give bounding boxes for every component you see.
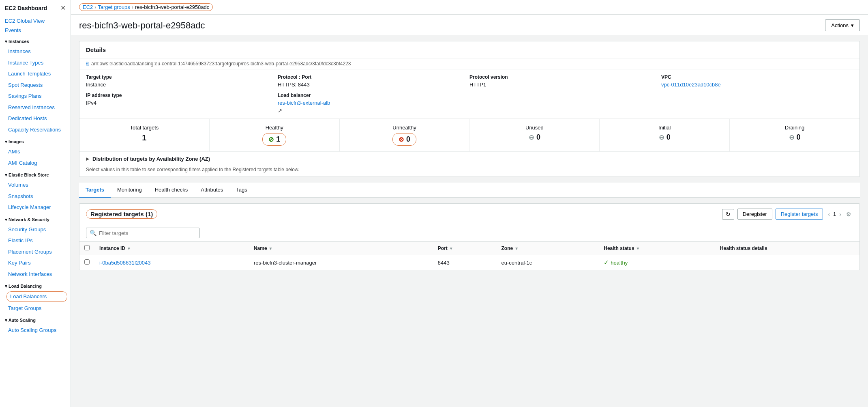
- th-health-status: Health status ▼: [599, 242, 715, 255]
- sidebar-item-auto-scaling-groups[interactable]: Auto Scaling Groups: [0, 325, 71, 336]
- tab-health-checks[interactable]: Health checks: [148, 183, 195, 198]
- stat-total-value: 1: [142, 133, 146, 142]
- th-instance-id-sort[interactable]: Instance ID ▼: [99, 245, 131, 251]
- field-ip-address-type-label: IP address type: [86, 93, 278, 98]
- sidebar-item-load-balancers[interactable]: Load Balancers: [6, 291, 67, 302]
- unused-icon: ⊖: [529, 134, 534, 141]
- sidebar-item-events[interactable]: Events: [0, 26, 71, 35]
- sidebar-item-reserved-instances[interactable]: Reserved Instances: [0, 102, 71, 113]
- tab-targets[interactable]: Targets: [79, 183, 111, 198]
- copy-icon[interactable]: ⎘: [86, 61, 89, 67]
- instance-id-link[interactable]: i-0ba5d508631f20043: [99, 260, 151, 266]
- health-status-value: healthy: [611, 260, 628, 266]
- stat-total-label: Total targets: [130, 125, 159, 131]
- sidebar-item-key-pairs[interactable]: Key Pairs: [0, 257, 71, 269]
- distribution-section: ▶ Distribution of targets by Availabilit…: [79, 152, 859, 177]
- breadcrumb-current: res-bicfn3-web-portal-e2958adc: [135, 4, 210, 10]
- sidebar-item-spot-requests[interactable]: Spot Requests: [0, 80, 71, 91]
- stat-healthy-value-row: ⊘ 1: [268, 135, 280, 144]
- sort-zone-icon: ▼: [514, 246, 519, 251]
- sidebar-item-network-interfaces[interactable]: Network Interfaces: [0, 269, 71, 280]
- select-all-checkbox[interactable]: [84, 245, 90, 250]
- sidebar-item-dedicated-hosts[interactable]: Dedicated Hosts: [0, 113, 71, 124]
- sidebar-section-auto-scaling: ▾ Auto Scaling: [0, 314, 71, 325]
- field-vpc-value[interactable]: vpc-011d10e23ad10cb8e: [661, 82, 853, 88]
- field-vpc: VPC vpc-011d10e23ad10cb8e: [661, 74, 853, 88]
- distribution-expand-icon[interactable]: ▶: [86, 156, 89, 162]
- search-input-wrap: 🔍: [86, 228, 199, 238]
- deregister-button[interactable]: Deregister: [737, 209, 772, 220]
- targets-title-outlined: Registered targets (1): [86, 209, 157, 219]
- distribution-sub: Select values in this table to see corre…: [79, 166, 859, 177]
- settings-button[interactable]: ⚙: [844, 210, 853, 218]
- breadcrumb-sep2: ›: [132, 4, 133, 10]
- th-name: Name ▼: [249, 242, 433, 255]
- search-icon: 🔍: [90, 230, 96, 236]
- details-fields: Target type Instance Protocol : Port HTT…: [79, 69, 859, 119]
- breadcrumb-ec2[interactable]: EC2: [83, 4, 93, 10]
- draining-icon: ⊖: [789, 134, 794, 141]
- stat-unhealthy: Unhealthy ⊗ 0: [340, 119, 470, 151]
- sidebar-item-capacity-reservations[interactable]: Capacity Reservations: [0, 124, 71, 136]
- tab-attributes[interactable]: Attributes: [194, 183, 229, 198]
- distribution-label: Distribution of targets by Availability …: [92, 156, 210, 162]
- sidebar-item-instances[interactable]: Instances: [0, 46, 71, 57]
- th-port-sort[interactable]: Port ▼: [438, 245, 453, 251]
- sort-name-icon: ▼: [269, 246, 273, 251]
- sidebar-item-amis[interactable]: AMIs: [0, 146, 71, 157]
- health-status-healthy: ✓ healthy: [604, 259, 710, 266]
- actions-button[interactable]: Actions ▾: [825, 19, 860, 31]
- field-load-balancer-value[interactable]: res-bicfn3-external-alb: [278, 100, 469, 106]
- stat-unused-value: 0: [536, 133, 540, 142]
- pagination: ‹ 1 › ⚙: [826, 210, 853, 218]
- sidebar-item-savings-plans[interactable]: Savings Plans: [0, 90, 71, 102]
- sidebar-item-elastic-ips[interactable]: Elastic IPs: [0, 235, 71, 246]
- th-name-sort[interactable]: Name ▼: [254, 245, 273, 251]
- stat-draining: Draining ⊖ 0: [730, 119, 859, 151]
- tab-tags[interactable]: Tags: [229, 183, 253, 198]
- table-row: i-0ba5d508631f20043 res-bicfn3-cluster-m…: [79, 255, 859, 270]
- sort-health-status-icon: ▼: [636, 246, 640, 251]
- sidebar-item-volumes[interactable]: Volumes: [0, 179, 71, 191]
- next-page-button[interactable]: ›: [838, 210, 843, 218]
- details-card-header: Details: [79, 41, 859, 58]
- stat-unused: Unused ⊖ 0: [469, 119, 600, 151]
- sidebar-section-ebs: ▾ Elastic Block Store: [0, 168, 71, 179]
- sidebar-item-instance-types[interactable]: Instance Types: [0, 57, 71, 69]
- search-input[interactable]: [99, 230, 196, 236]
- stat-healthy: Healthy ⊘ 1: [210, 119, 340, 151]
- row-checkbox[interactable]: [84, 259, 90, 265]
- sidebar-section-network: ▾ Network & Security: [0, 213, 71, 224]
- sidebar-item-snapshots[interactable]: Snapshots: [0, 191, 71, 202]
- health-check-circle-icon: ✓: [604, 259, 609, 266]
- field-protocol-version: Protocol version HTTP1: [469, 74, 661, 88]
- register-targets-button[interactable]: Register targets: [776, 209, 823, 220]
- th-port: Port ▼: [433, 242, 497, 255]
- sidebar-item-security-groups[interactable]: Security Groups: [0, 224, 71, 235]
- stat-initial-label: Initial: [658, 125, 671, 131]
- arn-value: arn:aws:elasticloadbalancing:eu-central-…: [91, 61, 351, 67]
- sidebar-item-placement-groups[interactable]: Placement Groups: [0, 246, 71, 258]
- sidebar-close-button[interactable]: ✕: [60, 4, 66, 12]
- initial-icon: ⊖: [659, 134, 664, 141]
- sidebar-item-ami-catalog[interactable]: AMI Catalog: [0, 157, 71, 169]
- th-health-status-sort[interactable]: Health status ▼: [604, 245, 640, 251]
- sidebar-item-launch-templates[interactable]: Launch Templates: [0, 68, 71, 80]
- prev-page-button[interactable]: ‹: [826, 210, 832, 218]
- th-zone-sort[interactable]: Zone ▼: [501, 245, 519, 251]
- refresh-button[interactable]: ↻: [722, 209, 734, 220]
- stat-healthy-label: Healthy: [266, 125, 283, 131]
- field-ip-address-type: IP address type IPv4: [86, 93, 278, 114]
- field-protocol-port: Protocol : Port HTTPS: 8443: [278, 74, 469, 88]
- field-target-type: Target type Instance: [86, 74, 278, 88]
- field-protocol-version-value: HTTP1: [469, 82, 661, 88]
- targets-count: 1: [148, 211, 151, 217]
- tab-monitoring[interactable]: Monitoring: [111, 183, 148, 198]
- sidebar-section-instances: ▾ Instances: [0, 35, 71, 46]
- sidebar-item-target-groups[interactable]: Target Groups: [0, 303, 71, 314]
- breadcrumb-outline: EC2 › Target groups › res-bicfn3-web-por…: [79, 3, 213, 11]
- breadcrumb-target-groups[interactable]: Target groups: [98, 4, 130, 10]
- sidebar-item-lifecycle-manager[interactable]: Lifecycle Manager: [0, 202, 71, 213]
- targets-title-text: Registered targets: [90, 211, 144, 217]
- sidebar-item-ec2globalview[interactable]: EC2 Global View: [0, 16, 71, 26]
